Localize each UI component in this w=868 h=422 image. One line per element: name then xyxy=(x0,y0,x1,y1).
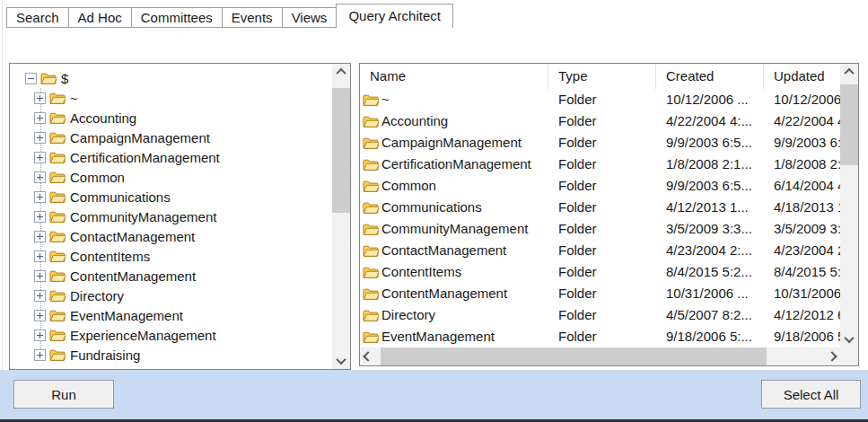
tree-item[interactable]: ContactManagement xyxy=(10,226,195,246)
tree-item[interactable]: CampaignManagement xyxy=(10,127,210,147)
select-all-button[interactable]: Select All xyxy=(761,380,861,409)
tree-item[interactable]: ~ xyxy=(10,88,78,108)
scroll-down-button[interactable] xyxy=(332,353,350,369)
scroll-down-button[interactable] xyxy=(840,331,858,347)
tree-item[interactable]: ContentManagement xyxy=(10,266,196,286)
list-row[interactable]: ContactManagementFolder4/23/2004 2:...4/… xyxy=(360,240,840,261)
expand-plus-icon[interactable] xyxy=(34,211,46,223)
expand-plus-icon[interactable] xyxy=(34,330,46,341)
row-updated: 8/4/2015 5: xyxy=(764,261,840,283)
tree-item-label: CommunityManagement xyxy=(70,209,216,224)
tab-views[interactable]: Views xyxy=(282,7,338,28)
row-created: 8/4/2015 5:2... xyxy=(656,261,764,283)
row-updated: 4/18/2013 1 xyxy=(764,197,840,218)
tree-item-label: Common xyxy=(70,170,125,185)
list-vertical-scrollbar[interactable] xyxy=(840,64,858,347)
run-button[interactable]: Run xyxy=(13,380,114,409)
expand-plus-icon[interactable] xyxy=(34,369,46,370)
expand-plus-icon[interactable] xyxy=(34,191,46,203)
folder-icon xyxy=(49,368,66,369)
collapse-minus-icon[interactable] xyxy=(25,73,37,84)
tree-item[interactable]: ExperienceManagement xyxy=(10,325,216,345)
list-row[interactable]: CommunityManagementFolder3/5/2009 3:3...… xyxy=(360,218,840,240)
tab-events[interactable]: Events xyxy=(222,7,283,28)
expand-plus-icon[interactable] xyxy=(34,310,46,321)
list-row[interactable]: CommunicationsFolder4/12/2013 1...4/18/2… xyxy=(360,197,840,218)
folder-icon xyxy=(363,158,379,171)
scrollbar-thumb[interactable] xyxy=(840,84,858,165)
tree-item[interactable]: Directory xyxy=(10,286,124,305)
tree-item[interactable]: Accounting xyxy=(10,108,136,127)
scroll-right-button[interactable] xyxy=(824,347,840,365)
expand-plus-icon[interactable] xyxy=(34,290,46,302)
chevron-right-icon xyxy=(827,351,837,361)
tree-vertical-scrollbar[interactable] xyxy=(332,64,350,369)
folder-icon xyxy=(49,289,66,302)
row-name: CommunityManagement xyxy=(381,218,528,240)
row-created: 4/12/2013 1... xyxy=(656,197,764,218)
column-header-type[interactable]: Type xyxy=(548,64,656,89)
list-row[interactable]: ~Folder10/12/2006 ...10/12/2006 xyxy=(360,89,840,110)
scroll-up-button[interactable] xyxy=(840,64,858,80)
folder-icon xyxy=(49,111,66,124)
list-row[interactable]: CertificationManagementFolder1/8/2008 2:… xyxy=(360,154,840,175)
column-header-created[interactable]: Created xyxy=(656,64,764,89)
bottom-action-bar: Run Select All xyxy=(0,370,868,422)
scrollbar-corner xyxy=(840,347,858,365)
row-updated: 1/8/2008 2: xyxy=(764,154,840,175)
list-row[interactable]: ContentManagementFolder10/31/2006 ...10/… xyxy=(360,283,840,304)
expand-plus-icon[interactable] xyxy=(34,152,46,163)
list-row[interactable]: ContentItemsFolder8/4/2015 5:2...8/4/201… xyxy=(360,261,840,283)
row-name: Common xyxy=(381,175,436,197)
list-row[interactable]: AccountingFolder4/22/2004 4:...4/22/2004… xyxy=(360,110,840,132)
expand-plus-icon[interactable] xyxy=(34,171,46,183)
scroll-left-button[interactable] xyxy=(360,347,376,365)
tree-item[interactable]: CertificationManagement xyxy=(10,147,220,167)
tab-search[interactable]: Search xyxy=(6,7,69,28)
folder-icon xyxy=(49,190,66,203)
tree-item-root[interactable]: $ xyxy=(10,68,68,88)
expand-plus-icon[interactable] xyxy=(34,231,46,242)
tab-ad-hoc[interactable]: Ad Hoc xyxy=(68,7,132,28)
tree-item[interactable]: Fundraising xyxy=(10,345,140,365)
expand-plus-icon[interactable] xyxy=(34,92,46,104)
folder-icon xyxy=(363,287,379,300)
column-header-name[interactable]: Name xyxy=(360,64,548,89)
list-horizontal-scrollbar[interactable] xyxy=(360,347,840,365)
tree-item[interactable]: Common xyxy=(10,167,125,187)
expand-plus-icon[interactable] xyxy=(34,112,46,124)
tab-committees[interactable]: Committees xyxy=(131,7,223,28)
tab-query-architect[interactable]: Query Architect xyxy=(336,4,453,28)
list-row[interactable]: DirectoryFolder4/5/2007 8:2...4/12/2012 … xyxy=(360,304,840,326)
tree-item[interactable]: ContentItems xyxy=(10,246,150,266)
expand-plus-icon[interactable] xyxy=(34,132,46,144)
row-type: Folder xyxy=(548,304,656,326)
list-row[interactable]: CampaignManagementFolder9/9/2003 6:5...9… xyxy=(360,132,840,154)
folder-icon xyxy=(363,201,379,214)
folder-open-icon xyxy=(40,72,57,84)
row-type: Folder xyxy=(548,175,656,197)
chevron-up-icon xyxy=(336,68,346,78)
column-header-updated[interactable]: Updated xyxy=(764,64,840,89)
chevron-up-icon xyxy=(844,68,854,78)
expand-plus-icon[interactable] xyxy=(34,251,46,262)
tree-item[interactable]: Communications xyxy=(10,187,171,207)
expand-plus-icon[interactable] xyxy=(34,349,46,361)
scroll-up-button[interactable] xyxy=(332,64,350,80)
tree-item[interactable]: CommunityManagement xyxy=(10,207,216,226)
scrollbar-thumb[interactable] xyxy=(332,88,350,213)
expand-plus-icon[interactable] xyxy=(34,270,46,282)
list-row[interactable]: EventManagementFolder9/18/2006 5:...9/18… xyxy=(360,326,840,347)
folder-tree-panel: $ ~ Accounting CampaignManagement Certif… xyxy=(9,63,351,370)
row-updated: 4/23/2004 2 xyxy=(764,240,840,261)
row-created: 9/9/2003 6:5... xyxy=(656,132,764,154)
folder-icon xyxy=(49,210,66,223)
row-name: CertificationManagement xyxy=(381,154,531,175)
list-row[interactable]: CommonFolder9/9/2003 6:5...6/14/2004 4 xyxy=(360,175,840,197)
tree-item-label: ContentItems xyxy=(70,249,150,264)
tree-item[interactable]: Membership xyxy=(10,365,145,369)
tree-item[interactable]: EventManagement xyxy=(10,305,183,325)
scrollbar-thumb[interactable] xyxy=(381,347,767,365)
tree-item-label: Fundraising xyxy=(70,347,140,363)
row-type: Folder xyxy=(548,132,656,154)
